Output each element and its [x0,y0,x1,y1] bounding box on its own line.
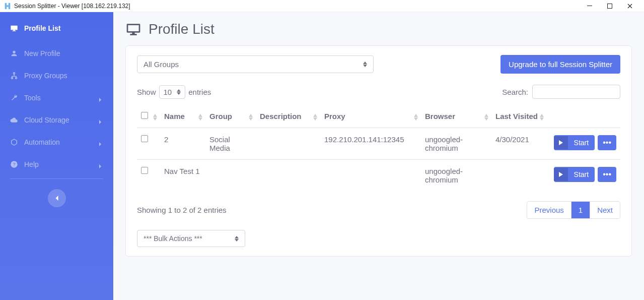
sidebar-item-tools[interactable]: Tools [0,87,113,109]
bulk-actions-select[interactable]: *** Bulk Actions *** [137,230,245,247]
column-header[interactable]: Last Visited [491,106,547,128]
cell: Social Media [205,128,256,160]
sort-icon [414,114,418,121]
pager-prev[interactable]: Previous [527,202,570,218]
play-icon [554,168,568,181]
sidebar-item-automation[interactable]: Automation [0,131,113,153]
entries-label: entries [188,88,211,96]
profile-card: All Groups Upgrade to full Session Split… [125,45,632,257]
window-minimize-button[interactable] [580,0,600,12]
more-button[interactable]: ••• [598,135,616,150]
wrench-icon [10,94,18,102]
svg-rect-4 [608,4,612,8]
entries-select[interactable]: 10 [159,85,186,99]
cell [491,160,547,192]
app-icon [4,3,11,10]
titlebar: Session Splitter - Viewer [108.162.219.1… [0,0,644,12]
column-header[interactable]: Description [256,106,320,128]
column-header[interactable] [547,106,620,128]
column-header[interactable] [137,106,160,128]
start-button[interactable]: Start [554,135,595,150]
row-checkbox[interactable] [141,135,148,142]
window-maximize-button[interactable] [600,0,620,12]
profile-table: NameGroupDescriptionProxyBrowserLast Vis… [137,106,620,191]
table-info: Showing 1 to 2 of 2 entries [137,206,227,214]
sort-icon [313,114,317,121]
column-header[interactable]: Browser [421,106,491,128]
chevron-right-icon [98,162,103,167]
sidebar-item-profile-list[interactable]: Profile List [0,21,113,42]
sort-icon [484,114,488,121]
caret-icon [235,236,239,242]
column-header[interactable]: Proxy [320,106,421,128]
cell: Nav Test 1 [160,160,205,192]
sidebar: Profile ListNew ProfileProxy GroupsTools… [0,12,113,300]
window-title: Session Splitter - Viewer [108.162.219.1… [14,3,130,10]
select-all-checkbox[interactable] [141,112,148,119]
main-content: Profile List All Groups Upgrade to full … [113,12,644,300]
cell: 192.210.201.141:12345 [320,128,421,160]
chevron-right-icon [98,140,103,145]
page-title-row: Profile List [125,21,632,37]
cell [256,128,320,160]
sidebar-item-label: New Profile [24,49,60,57]
user-icon [10,49,18,57]
group-filter-value: All Groups [144,60,179,69]
column-header[interactable]: Name [160,106,205,128]
sidebar-item-label: Profile List [24,24,60,32]
sidebar-item-label: Help [24,160,39,168]
chevron-right-icon [98,117,103,123]
cell: 4/30/2021 [491,128,547,160]
monitor-icon [10,24,18,32]
play-icon [554,136,568,149]
sort-icon [249,114,253,121]
monitor-icon [125,21,141,37]
table-row: 2Social Media192.210.201.141:12345ungoog… [137,128,620,160]
caret-icon [177,89,181,95]
svg-rect-1 [9,3,11,9]
sidebar-item-label: Tools [24,94,41,102]
svg-rect-2 [7,5,9,7]
cell: Start••• [547,128,620,160]
svg-text:?: ? [13,162,15,167]
cell [137,160,160,192]
sidebar-item-new-profile[interactable]: New Profile [0,42,113,65]
window-close-button[interactable] [620,0,640,12]
cell: 2 [160,128,205,160]
cell [256,160,320,192]
pager-next[interactable]: Next [590,202,620,218]
table-row: Nav Test 1ungoogled-chromiumStart••• [137,160,620,192]
entries-value: 10 [164,88,172,96]
sidebar-item-label: Proxy Groups [24,72,67,80]
sort-icon [198,114,202,121]
sidebar-item-label: Cloud Storage [24,116,69,124]
sort-icon [540,114,544,121]
svg-rect-3 [587,6,592,6]
pager-page-1[interactable]: 1 [571,202,590,218]
sidebar-item-help[interactable]: ?Help [0,153,113,175]
cloud-icon [10,116,18,124]
sidebar-collapse-button[interactable] [48,189,66,207]
sidebar-item-proxy-groups[interactable]: Proxy Groups [0,65,113,87]
row-checkbox[interactable] [141,167,148,174]
search-label: Search: [502,88,528,96]
search-input[interactable] [532,85,620,99]
group-filter-select[interactable]: All Groups [137,55,374,73]
cell: ungoogled-chromium [421,128,491,160]
cell [205,160,256,192]
more-button[interactable]: ••• [598,167,616,182]
sidebar-item-cloud-storage[interactable]: Cloud Storage [0,109,113,131]
cell [320,160,421,192]
page-title: Profile List [149,21,214,37]
start-button[interactable]: Start [554,167,595,182]
bulk-actions-label: *** Bulk Actions *** [144,234,202,243]
help-icon: ? [10,160,18,168]
column-header[interactable]: Group [205,106,256,128]
svg-rect-0 [5,3,7,9]
cell: ungoogled-chromium [421,160,491,192]
upgrade-button[interactable]: Upgrade to full Session Splitter [500,55,620,74]
cell: Start••• [547,160,620,192]
sidebar-item-label: Automation [24,138,60,146]
pager: Previous 1 Next [527,201,620,219]
chevron-right-icon [98,95,103,100]
